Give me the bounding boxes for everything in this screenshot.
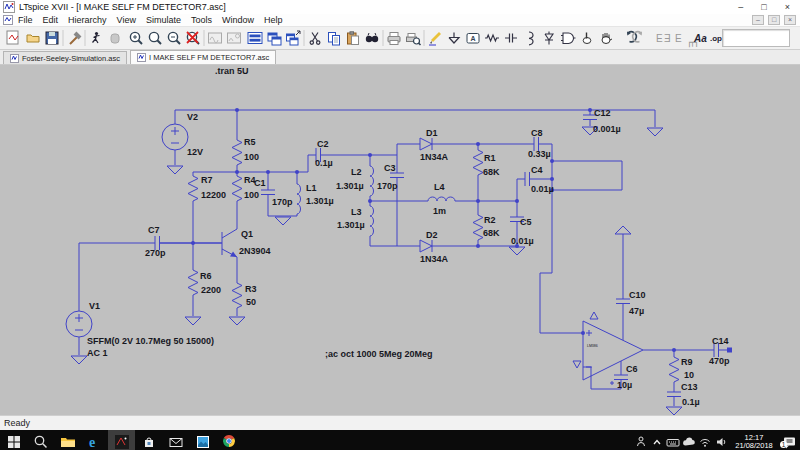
schematic-label[interactable]: 68K (483, 167, 500, 177)
schematic-label[interactable]: D2 (426, 230, 438, 240)
tile-vertical-button[interactable] (287, 31, 301, 45)
control-panel-button[interactable] (70, 33, 80, 44)
schematic-label[interactable]: V1 (89, 301, 100, 311)
print-preview-button[interactable] (407, 34, 421, 46)
menu-window[interactable]: Window (217, 15, 259, 25)
zoom-full-button[interactable] (187, 32, 199, 44)
schematic-label[interactable]: C5 (520, 217, 532, 227)
taskbar-store[interactable] (135, 430, 162, 450)
component-R7[interactable] (188, 174, 198, 204)
mdi-restore-button[interactable]: □ (768, 15, 780, 25)
schematic-label[interactable]: C8 (531, 128, 543, 138)
place-component-button[interactable] (561, 33, 576, 44)
schematic-label[interactable]: R5 (244, 137, 256, 147)
menu-file[interactable]: File (13, 15, 38, 25)
schematic-label[interactable]: R6 (200, 271, 212, 281)
schematic-label[interactable]: L1 (306, 183, 317, 193)
schematic-label[interactable]: 270p (145, 248, 166, 258)
schematic-label[interactable]: 0.001µ (593, 124, 621, 134)
menu-view[interactable]: View (112, 15, 141, 25)
schematic-label[interactable]: C4 (531, 165, 543, 175)
drag-button[interactable] (602, 33, 612, 44)
schematic-label[interactable]: R1 (484, 153, 496, 163)
run-button[interactable] (93, 32, 100, 43)
taskbar-mail[interactable] (162, 430, 189, 450)
new-schematic-button[interactable] (7, 31, 18, 44)
mdi-close-button[interactable]: × (784, 15, 796, 25)
component-R3[interactable] (229, 281, 245, 325)
schematic-label[interactable]: AC 1 (87, 348, 108, 358)
halt-button[interactable] (111, 34, 119, 43)
schematic-label[interactable]: L3 (351, 207, 362, 217)
menu-edit[interactable]: Edit (38, 15, 64, 25)
schematic-canvas[interactable]: .tran 5U;ac oct 1000 5Meg 20MegV212VR510… (0, 65, 800, 415)
tile-horizontal-button[interactable] (248, 33, 262, 44)
spice-directive-text[interactable]: ;ac oct 1000 5Meg 20Meg (325, 349, 433, 359)
taskbar-ltspice[interactable] (108, 430, 135, 450)
schematic-label[interactable]: 1.301µ (306, 196, 334, 206)
draw-wire-button[interactable] (429, 33, 440, 45)
schematic-label[interactable]: C2 (317, 139, 329, 149)
component-R5[interactable] (232, 138, 242, 168)
place-resistor-button[interactable] (485, 35, 499, 41)
schematic-wires[interactable] (79, 110, 729, 406)
taskbar-photos[interactable] (189, 430, 216, 450)
touch-keyboard-icon[interactable] (666, 436, 680, 448)
schematic-label[interactable]: 0.33µ (528, 149, 551, 159)
mirror-button[interactable]: E Ǝ (656, 33, 671, 44)
schematic-label[interactable]: V2 (187, 112, 198, 122)
component-C1[interactable] (261, 190, 275, 195)
print-button[interactable] (388, 33, 400, 45)
find-button[interactable] (366, 33, 378, 42)
waveform-pane-button[interactable] (209, 33, 222, 43)
chevron-up-icon[interactable] (650, 436, 664, 448)
schematic-label[interactable]: 2200 (201, 285, 221, 295)
schematic-label[interactable]: 1.301µ (336, 181, 364, 191)
schematic-label[interactable]: 170p (377, 181, 398, 191)
schematic-label[interactable]: C1 (254, 178, 266, 188)
place-text-button[interactable]: Aa (693, 33, 707, 44)
move-button[interactable] (583, 33, 591, 44)
schematic-label[interactable]: C6 (626, 364, 638, 374)
schematic-label[interactable]: 0.01µ (531, 184, 554, 194)
onedrive-cloud-icon[interactable] (682, 436, 696, 448)
schematic-label[interactable]: 1N34A (420, 152, 449, 162)
component-L4[interactable] (428, 197, 455, 201)
menu-help[interactable]: Help (259, 15, 288, 25)
tab-fm-detector[interactable]: I MAKE SELF FM DETECTOR7.asc (130, 50, 276, 64)
schematic-label[interactable]: L2 (351, 167, 362, 177)
taskbar-search-button[interactable] (27, 430, 54, 450)
component-R4[interactable] (232, 174, 242, 204)
people-icon[interactable] (634, 435, 648, 448)
zoom-area-button[interactable] (149, 32, 161, 44)
schematic-label[interactable]: 1N34A (420, 254, 449, 264)
component-R1[interactable] (473, 148, 483, 178)
component-L2[interactable] (370, 166, 374, 196)
component-Q1[interactable] (160, 229, 237, 257)
schematic-label[interactable]: 100 (244, 152, 259, 162)
schematic-label[interactable]: 1.301µ (337, 220, 365, 230)
schematic-label[interactable]: 1m (433, 206, 446, 216)
schematic-label[interactable]: 47µ (629, 306, 644, 316)
schematic-label[interactable]: C10 (629, 290, 646, 300)
schematic-label[interactable]: LM386 (587, 344, 598, 348)
mdi-minimize-button[interactable]: – (752, 15, 764, 25)
taskbar-file-explorer[interactable] (54, 430, 81, 450)
zoom-out-button[interactable] (168, 32, 180, 44)
component-C3[interactable] (390, 173, 404, 178)
component-D1[interactable] (420, 138, 432, 150)
component-C4[interactable] (525, 172, 530, 186)
cut-button[interactable] (310, 33, 320, 45)
close-button[interactable]: × (785, 2, 790, 12)
redo-button[interactable] (633, 32, 642, 42)
schematic-label[interactable]: 170p (272, 197, 293, 207)
schematic-label[interactable]: R3 (245, 284, 257, 294)
schematic-label[interactable]: 12V (187, 147, 203, 157)
schematic-label[interactable]: C3 (384, 163, 396, 173)
schematic-label[interactable]: C13 (681, 382, 698, 392)
schematic-label[interactable]: 0.01µ (511, 236, 534, 246)
schematic-label[interactable]: 2N3904 (239, 246, 271, 256)
minimize-button[interactable]: – (738, 2, 743, 12)
menu-simulate[interactable]: Simulate (141, 15, 186, 25)
place-capacitor-button[interactable] (505, 34, 517, 43)
